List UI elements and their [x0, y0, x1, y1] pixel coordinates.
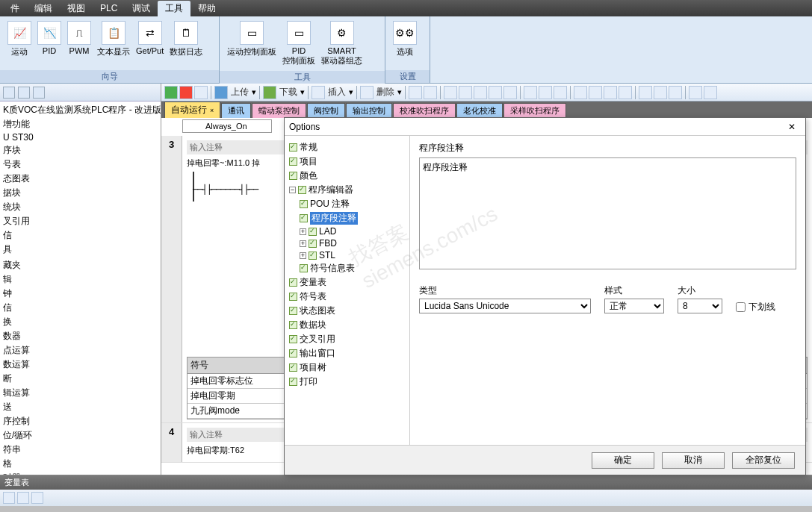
- tree-item[interactable]: 增功能: [0, 117, 161, 131]
- opt-symtable[interactable]: 符号表: [300, 290, 326, 303]
- tree-item[interactable]: 具: [0, 243, 161, 257]
- download-icon[interactable]: [263, 86, 276, 99]
- menu-tools[interactable]: 工具: [158, 1, 190, 16]
- opt-lad[interactable]: LAD: [319, 226, 336, 237]
- tb-g[interactable]: [503, 86, 517, 99]
- menu-help[interactable]: 帮助: [190, 1, 223, 16]
- download-label[interactable]: 下载: [278, 86, 299, 99]
- tree-item[interactable]: 号表: [0, 157, 161, 172]
- tree-item[interactable]: 叉引用: [0, 214, 161, 228]
- tab-aging[interactable]: 老化校准: [456, 103, 503, 118]
- upload-label[interactable]: 上传: [229, 86, 250, 99]
- tree-item[interactable]: 点运算: [0, 343, 161, 358]
- tb-e[interactable]: [474, 86, 487, 99]
- delete-label[interactable]: 删除: [375, 86, 396, 99]
- menu-view[interactable]: 视图: [60, 1, 93, 16]
- close-icon[interactable]: ✕: [783, 120, 801, 134]
- tb-d[interactable]: [459, 86, 472, 99]
- compile-icon[interactable]: [194, 86, 208, 99]
- insert-label[interactable]: 插入: [326, 86, 347, 99]
- delete-icon[interactable]: [360, 86, 374, 99]
- tb-contact-icon[interactable]: [639, 86, 652, 99]
- project-title[interactable]: K质VOC在线监测系统PLC程序 - 改进版 (I: [0, 103, 161, 117]
- options-tree[interactable]: 常规 项目 颜色 −程序编辑器 POU 注释 程序段注释 +LAD +FBD +…: [285, 136, 410, 445]
- menu-edit[interactable]: 编辑: [27, 1, 60, 16]
- tree-item[interactable]: 钟: [0, 287, 161, 301]
- tree-item[interactable]: 统块: [0, 200, 161, 214]
- tb-a[interactable]: [409, 86, 422, 99]
- tool-motion-panel[interactable]: ▭运动控制面板: [224, 19, 279, 59]
- tab-calpurge[interactable]: 校准吹扫程序: [393, 103, 456, 118]
- tb-up-arrow-icon[interactable]: [604, 86, 617, 99]
- opt-datablock[interactable]: 数据块: [300, 319, 326, 331]
- tree-item[interactable]: 藏夹: [0, 258, 161, 272]
- tab-comm[interactable]: 通讯: [221, 103, 251, 118]
- opt-outputwin[interactable]: 输出窗口: [300, 347, 335, 360]
- stop-icon[interactable]: [179, 86, 193, 99]
- opt-projecttree[interactable]: 项目树: [300, 361, 326, 374]
- menu-debug[interactable]: 调试: [125, 1, 158, 16]
- opt-vartable[interactable]: 变量表: [300, 276, 326, 289]
- tab-pump[interactable]: 蠕动泵控制: [252, 103, 306, 118]
- tree-item[interactable]: 换: [0, 315, 161, 329]
- tb-end1[interactable]: [689, 86, 702, 99]
- wizard-pwm[interactable]: ⎍PWM: [64, 19, 94, 57]
- tree-item[interactable]: 序块: [0, 143, 161, 157]
- tb-right-arrow-icon[interactable]: [589, 86, 602, 99]
- ptool-3[interactable]: [33, 87, 45, 99]
- vt-btn[interactable]: [31, 492, 43, 504]
- opt-crossref[interactable]: 交叉引用: [300, 333, 335, 346]
- opt-project[interactable]: 项目: [300, 155, 317, 168]
- opt-pou-comment[interactable]: POU 注释: [310, 198, 350, 210]
- tool-options[interactable]: ⚙⚙选项: [390, 19, 420, 59]
- run-icon[interactable]: [164, 86, 178, 99]
- tb-b[interactable]: [424, 86, 437, 99]
- opt-print[interactable]: 打印: [300, 375, 317, 388]
- ptool-2[interactable]: [18, 87, 30, 99]
- tree-item[interactable]: U ST30: [0, 131, 161, 143]
- tree-item[interactable]: 据块: [0, 186, 161, 200]
- tree-item[interactable]: 数运算: [0, 358, 161, 372]
- tree-item[interactable]: 辑: [0, 272, 161, 287]
- font-style-select[interactable]: 正常: [604, 299, 664, 313]
- tree-item[interactable]: 符串: [0, 443, 161, 457]
- font-size-select[interactable]: 8: [678, 299, 722, 313]
- wizard-motion[interactable]: 📈运动: [4, 19, 34, 59]
- menu-plc[interactable]: PLC: [93, 1, 125, 15]
- tb-coil-icon[interactable]: [654, 86, 667, 99]
- wizard-text[interactable]: 📋文本显示: [94, 19, 133, 59]
- opt-fbd[interactable]: FBD: [319, 238, 337, 249]
- menu-file[interactable]: 件: [3, 1, 27, 16]
- vt-btn[interactable]: [17, 492, 29, 504]
- wizard-getput[interactable]: ⇄Get/Put: [133, 19, 167, 57]
- tree-item[interactable]: 态图表: [0, 172, 161, 186]
- tb-h[interactable]: [539, 86, 552, 99]
- vt-btn[interactable]: [3, 492, 15, 504]
- tree-item[interactable]: 序控制: [0, 414, 161, 428]
- underline-checkbox[interactable]: 下划线: [736, 301, 775, 313]
- tab-samplepurge[interactable]: 采样吹扫程序: [503, 103, 566, 118]
- comment-textarea[interactable]: [419, 157, 796, 269]
- opt-statechart[interactable]: 状态图表: [300, 305, 335, 317]
- tab-auto-run[interactable]: 自动运行×: [164, 102, 220, 118]
- tb-down-arrow-icon[interactable]: [619, 86, 632, 99]
- tb-f[interactable]: [489, 86, 502, 99]
- opt-stl[interactable]: STL: [319, 250, 335, 260]
- tb-end2[interactable]: [704, 86, 717, 99]
- tool-smart-drive[interactable]: ⚙SMART 驱动器组态: [318, 19, 365, 68]
- reset-all-button[interactable]: 全部复位: [732, 452, 795, 469]
- tb-lock-icon[interactable]: [524, 86, 537, 99]
- tab-valve[interactable]: 阀控制: [307, 103, 345, 118]
- tree-item[interactable]: 辑运算: [0, 386, 161, 400]
- opt-program-editor[interactable]: 程序编辑器: [309, 184, 353, 196]
- tree-item[interactable]: 数器: [0, 329, 161, 343]
- tree-item[interactable]: 断: [0, 372, 161, 386]
- cancel-button[interactable]: 取消: [662, 452, 725, 469]
- tree-item[interactable]: 信: [0, 228, 161, 243]
- tb-c[interactable]: [444, 86, 457, 99]
- tb-i[interactable]: [554, 86, 567, 99]
- opt-syminfo[interactable]: 符号信息表: [310, 262, 355, 275]
- close-icon[interactable]: ×: [210, 107, 214, 114]
- font-type-select[interactable]: Lucida Sans Unicode: [419, 299, 591, 313]
- ok-button[interactable]: 确定: [592, 452, 654, 469]
